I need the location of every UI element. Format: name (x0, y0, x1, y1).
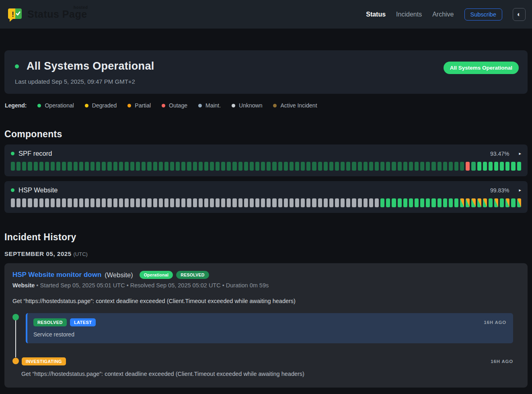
uptime-bar (28, 162, 32, 171)
uptime-bar (227, 162, 231, 171)
uptime-bar (232, 162, 236, 171)
uptime-bar (85, 198, 89, 207)
uptime-bar (22, 198, 26, 207)
uptime-bar (318, 162, 322, 171)
uptime-bar (90, 198, 94, 207)
uptime-bar (147, 198, 151, 207)
uptime-bar (90, 162, 94, 171)
uptime-bar (159, 198, 163, 207)
uptime-bar (244, 162, 248, 171)
uptime-bar (193, 162, 197, 171)
uptime-bar (460, 162, 464, 171)
uptime-bar (324, 198, 328, 207)
uptime-bar (301, 198, 305, 207)
uptime-bar (96, 162, 100, 171)
theme-toggle-button[interactable]: ◐ (513, 8, 526, 21)
uptime-bar (352, 162, 356, 171)
uptime-bar (449, 162, 453, 171)
legend-item-label: Operational (45, 102, 74, 109)
subscribe-button[interactable]: Subscribe (464, 8, 502, 21)
uptime-bar (454, 198, 458, 207)
timeline-update-box: RESOLVEDLATEST16H AGOService restored (26, 313, 513, 343)
component-name: SPF record (18, 150, 52, 157)
uptime-bar (204, 198, 208, 207)
uptime-bar (375, 198, 379, 207)
component-uptime-percent: 99.83% (490, 187, 509, 194)
uptime-bar (238, 198, 242, 207)
uptime-bar (244, 198, 248, 207)
uptime-bar (420, 198, 424, 207)
uptime-bar (358, 198, 362, 207)
uptime-bar (164, 198, 168, 207)
incident-timeline: RESOLVEDLATEST16H AGOService restoredINV… (12, 313, 520, 377)
uptime-bar (341, 162, 345, 171)
uptime-bar (68, 198, 72, 207)
legend-dot (232, 104, 235, 107)
component-card-header[interactable]: HSP Website99.83%▸ (11, 186, 521, 194)
uptime-bar (153, 198, 157, 207)
component-card-header[interactable]: SPF record93.47%▸ (11, 150, 521, 157)
expand-arrow-icon[interactable]: ▸ (519, 151, 521, 156)
uptime-bar (238, 162, 242, 171)
component-card: HSP Website99.83%▸ (4, 181, 528, 213)
update-timestamp: 16H AGO (484, 320, 506, 325)
uptime-bar (409, 162, 413, 171)
legend-dot (273, 104, 277, 107)
uptime-bar (431, 198, 435, 207)
uptime-bar (107, 198, 111, 207)
uptime-bar (511, 162, 515, 171)
uptime-bar (477, 162, 481, 171)
update-timestamp: 16H AGO (491, 359, 513, 364)
uptime-bar (136, 162, 140, 171)
uptime-bar (466, 162, 470, 171)
timeline-update-header: INVESTIGATING16H AGO (22, 357, 513, 365)
uptime-bar (142, 162, 146, 171)
uptime-bar (483, 198, 487, 207)
uptime-bar (403, 162, 407, 171)
incident-history-heading: Incident History (4, 232, 528, 243)
uptime-bar (392, 198, 396, 207)
update-badge-resolved: RESOLVED (33, 318, 67, 326)
uptime-bar (79, 162, 83, 171)
legend-item-label: Degraded (92, 102, 117, 109)
uptime-bar (386, 162, 390, 171)
brand-name: Status Page hosted (27, 8, 87, 20)
incident-badge-operational: Operational (140, 271, 173, 279)
brand[interactable]: ! Status Page hosted (6, 6, 87, 23)
uptime-bar (517, 162, 521, 171)
uptime-bar (500, 162, 504, 171)
expand-arrow-icon[interactable]: ▸ (519, 188, 521, 193)
uptime-bar (392, 162, 396, 171)
uptime-bar (415, 162, 419, 171)
status-legend: Legend: OperationalDegradedPartialOutage… (4, 102, 528, 109)
uptime-bar (221, 162, 225, 171)
uptime-bar (477, 198, 481, 207)
uptime-bar (16, 162, 21, 171)
uptime-bar (494, 198, 498, 207)
uptime-bar (170, 162, 174, 171)
main-nav: StatusIncidentsArchive Subscribe ◐ (366, 8, 526, 21)
uptime-bar (102, 198, 106, 207)
nav-link-incidents[interactable]: Incidents (396, 11, 422, 18)
incident-meta-component: Website (12, 282, 35, 289)
uptime-bar (426, 162, 430, 171)
incident-title-link[interactable]: HSP Website monitor down (12, 271, 101, 279)
uptime-bar (438, 198, 442, 207)
uptime-bar (159, 162, 163, 171)
incident-component-suffix: (Website) (105, 271, 133, 279)
uptime-bar (130, 198, 134, 207)
uptime-bar (380, 162, 384, 171)
uptime-bar (113, 162, 117, 171)
legend-item-unknown: Unknown (232, 102, 262, 109)
uptime-bar (204, 162, 208, 171)
uptime-bar (398, 162, 402, 171)
uptime-bar (16, 198, 21, 207)
components-heading: Components (4, 129, 528, 140)
timeline-update-header: RESOLVEDLATEST16H AGO (33, 318, 506, 326)
incident-meta: Website • Started Sep 05, 2025 05:01 UTC… (12, 282, 520, 289)
nav-link-status[interactable]: Status (366, 11, 386, 18)
nav-link-archive[interactable]: Archive (432, 11, 454, 18)
uptime-bar (358, 162, 362, 171)
uptime-bar (125, 162, 129, 171)
legend-dot (127, 104, 131, 107)
